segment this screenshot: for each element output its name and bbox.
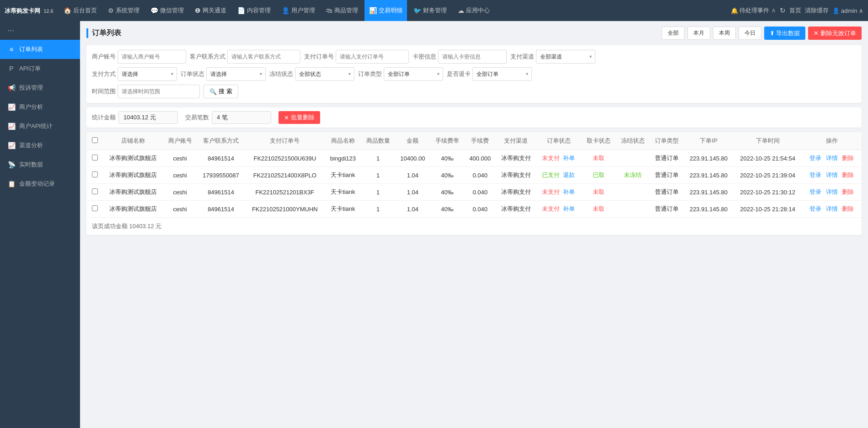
col-customer-contact: 客户联系方式 bbox=[197, 132, 245, 150]
filter-this-week-button[interactable]: 本周 bbox=[713, 27, 736, 40]
order-status-select-wrapper: 请选择 bbox=[206, 67, 266, 81]
merchant-no-input[interactable] bbox=[118, 50, 186, 64]
filter-all-button[interactable]: 全部 bbox=[662, 27, 685, 40]
notify-bell[interactable]: 🔔 待处理事件 ∧ bbox=[731, 6, 776, 15]
action-详情-2[interactable]: 详情 bbox=[826, 188, 838, 195]
sidebar-item-complaint[interactable]: 📢 投诉管理 bbox=[0, 78, 80, 97]
action-详情-0[interactable]: 详情 bbox=[826, 155, 838, 161]
page-title: 订单列表 bbox=[86, 28, 121, 38]
action-登录-0[interactable]: 登录 bbox=[809, 155, 821, 161]
col-order-time: 下单时间 bbox=[734, 132, 802, 150]
card-info-input[interactable] bbox=[438, 50, 507, 64]
action-登录-1[interactable]: 登录 bbox=[809, 171, 821, 178]
nav-item-apps[interactable]: ☁ 应用中心 bbox=[453, 0, 494, 21]
order-status-select[interactable]: 请选择 bbox=[206, 67, 266, 81]
user-icon: 👤 bbox=[282, 7, 289, 14]
clear-cache-button[interactable]: 清除缓存 bbox=[805, 6, 829, 15]
cell-actions-1: 登录 详情 删除 bbox=[802, 167, 862, 184]
filter-this-month-button[interactable]: 本月 bbox=[687, 27, 710, 40]
nav-item-transactions[interactable]: 📊 交易明细 bbox=[364, 0, 407, 21]
cell-order-status-1: 已支付 退款 bbox=[536, 167, 582, 184]
home-link[interactable]: 首页 bbox=[789, 6, 801, 15]
action-登录-3[interactable]: 登录 bbox=[809, 205, 821, 212]
order-status-extra-0[interactable]: 补单 bbox=[561, 155, 575, 161]
cell-payOrderNo-0: FK22102521500U639U bbox=[245, 150, 325, 167]
order-status-text-2: 未支付 bbox=[542, 188, 560, 195]
nav-item-system[interactable]: ⚙ 系统管理 bbox=[103, 0, 144, 21]
pay-channel-select[interactable]: 全部渠道 bbox=[536, 50, 595, 64]
order-type-select[interactable]: 全部订单 bbox=[384, 67, 443, 81]
order-status-extra-3[interactable]: 补单 bbox=[561, 205, 575, 212]
is-refund-select[interactable]: 全部订单 bbox=[472, 67, 532, 81]
action-详情-1[interactable]: 详情 bbox=[826, 171, 838, 178]
main-layout: ··· ≡ 订单列表 P API订单 📢 投诉管理 📈 商户分析 📈 商户API… bbox=[0, 21, 868, 428]
order-status-group: 订单状态 请选择 bbox=[181, 67, 266, 81]
select-all-header bbox=[86, 132, 103, 150]
trans-count-value: 4 笔 bbox=[212, 111, 271, 124]
nav-item-products[interactable]: 🛍 商品管理 bbox=[321, 0, 363, 21]
order-status-text-0: 未支付 bbox=[542, 155, 560, 161]
cell-fee-2: 0.040 bbox=[464, 184, 496, 201]
order-type-select-wrapper: 全部订单 bbox=[384, 67, 443, 81]
filter-today-button[interactable]: 今日 bbox=[739, 27, 761, 40]
row-checkbox-0[interactable] bbox=[92, 155, 98, 160]
cell-productName-3: 天卡tiank bbox=[325, 201, 361, 218]
is-refund-label: 是否退卡 bbox=[447, 70, 471, 78]
frozen-status-select[interactable]: 全部状态 bbox=[295, 67, 354, 81]
col-pay-order-no: 支付订单号 bbox=[245, 132, 325, 150]
api-icon: P bbox=[7, 65, 16, 72]
pay-method-select[interactable]: 请选择 bbox=[118, 67, 177, 81]
action-详情-3[interactable]: 详情 bbox=[826, 205, 838, 212]
nav-item-gateway[interactable]: ❶ 网关通道 bbox=[190, 0, 231, 21]
content-icon: 📄 bbox=[237, 7, 245, 14]
action-删除-3[interactable]: 删除 bbox=[842, 205, 854, 212]
admin-menu[interactable]: 👤 admin ∧ bbox=[832, 7, 863, 14]
action-删除-1[interactable]: 删除 bbox=[842, 171, 854, 178]
time-range-input[interactable] bbox=[118, 85, 200, 98]
sidebar-item-channel-analysis[interactable]: 📈 渠道分析 bbox=[0, 136, 80, 155]
row-checkbox-1[interactable] bbox=[92, 171, 98, 177]
batch-delete-button[interactable]: ✕ 批量删除 bbox=[279, 111, 320, 124]
action-删除-0[interactable]: 删除 bbox=[842, 155, 854, 161]
cell-payOrderNo-2: FK22102521201BX3F bbox=[245, 184, 325, 201]
pay-order-no-input[interactable] bbox=[336, 50, 409, 64]
sidebar-item-merchant-api-stats[interactable]: 📈 商户API统计 bbox=[0, 117, 80, 136]
nav-item-home[interactable]: 🏠 后台首页 bbox=[59, 0, 102, 21]
cell-order-time-1: 2022-10-25 21:39:04 bbox=[734, 167, 802, 184]
cell-order-type-1: 普通订单 bbox=[650, 167, 684, 184]
sidebar-item-balance-history[interactable]: 📋 金额变动记录 bbox=[0, 174, 80, 193]
cell-shopName-3: 冰蒂购测试旗舰店 bbox=[103, 201, 163, 218]
nav-item-content[interactable]: 📄 内容管理 bbox=[233, 0, 275, 21]
select-all-checkbox[interactable] bbox=[92, 137, 98, 143]
order-status-extra-2[interactable]: 补单 bbox=[561, 188, 575, 195]
cell-merchantNo-3: ceshi bbox=[163, 201, 197, 218]
orders-table: 店铺名称 商户账号 客户联系方式 支付订单号 商品名称 商品数量 金额 手续费率… bbox=[86, 132, 862, 218]
search-button[interactable]: 🔍 搜 索 bbox=[204, 85, 238, 98]
cell-order-time-2: 2022-10-25 21:30:12 bbox=[734, 184, 802, 201]
sidebar-item-api-order[interactable]: P API订单 bbox=[0, 59, 80, 78]
order-type-group: 订单类型 全部订单 bbox=[358, 67, 443, 81]
sidebar-item-merchant-analysis[interactable]: 📈 商户分析 bbox=[0, 97, 80, 117]
sidebar-item-order-list[interactable]: ≡ 订单列表 bbox=[0, 40, 80, 59]
cell-customerContact-1: 17939550087 bbox=[197, 167, 245, 184]
action-登录-2[interactable]: 登录 bbox=[809, 188, 821, 195]
customer-contact-input[interactable] bbox=[227, 50, 300, 64]
cell-pick-status-0: 未取 bbox=[582, 150, 616, 167]
delete-invalid-button[interactable]: ✕ 删除无效订单 bbox=[808, 27, 862, 40]
nav-item-users[interactable]: 👤 用户管理 bbox=[277, 0, 320, 21]
cell-shopName-1: 冰蒂购测试旗舰店 bbox=[103, 167, 163, 184]
nav-item-finance[interactable]: 🐦 财务管理 bbox=[409, 0, 451, 21]
order-status-extra-1[interactable]: 退款 bbox=[561, 171, 575, 178]
order-status-text-1: 已支付 bbox=[542, 171, 560, 178]
action-删除-2[interactable]: 删除 bbox=[842, 188, 854, 195]
refresh-button[interactable]: ↻ bbox=[780, 6, 786, 15]
analysis-icon: 📈 bbox=[7, 103, 16, 111]
sidebar-toggle[interactable]: ··· bbox=[0, 21, 80, 40]
export-data-button[interactable]: ⬆ 导出数据 bbox=[764, 27, 805, 40]
filter-row-3: 时间范围 🔍 搜 索 bbox=[92, 85, 856, 98]
sidebar-item-realtime[interactable]: 📡 实时数据 bbox=[0, 155, 80, 174]
row-checkbox-3[interactable] bbox=[92, 205, 98, 211]
pay-channel-select-wrapper: 全部渠道 bbox=[536, 50, 595, 64]
row-checkbox-2[interactable] bbox=[92, 188, 98, 194]
nav-item-wechat[interactable]: 💬 微信管理 bbox=[146, 0, 188, 21]
